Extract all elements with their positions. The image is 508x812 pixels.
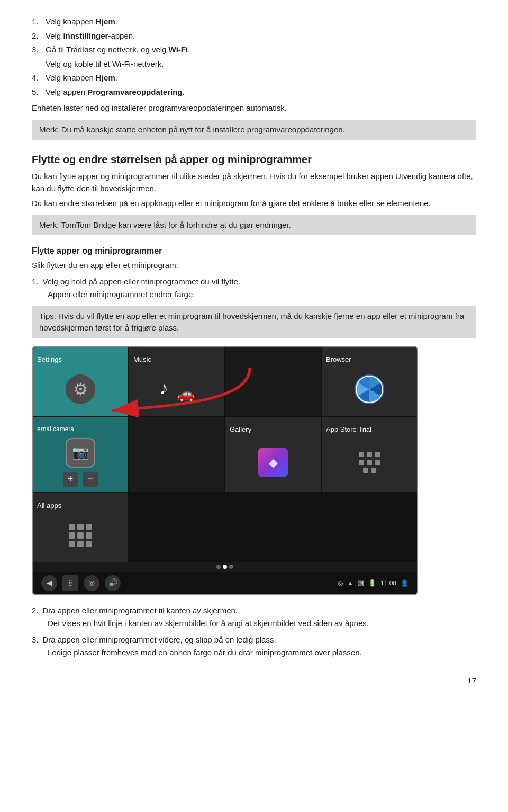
app-label-music: Music bbox=[133, 354, 151, 365]
allapps-icon bbox=[69, 524, 92, 547]
step2-block: 2. Dra appen eller miniprogrammet til ka… bbox=[32, 605, 476, 630]
app-cell-gallery[interactable]: Gallery bbox=[225, 417, 321, 492]
plus-minus-controls: + − bbox=[63, 472, 98, 487]
step3-text: Dra appen eller miniprogrammet videre, o… bbox=[43, 634, 276, 646]
step2-text: Dra appen eller miniprogrammet til kante… bbox=[43, 605, 238, 617]
step-item: Velg og koble til et Wi-Fi-nettverk. bbox=[32, 58, 476, 70]
tip-text: Tips: Hvis du vil flytte en app eller et… bbox=[39, 311, 464, 333]
gps-icon: ◎ bbox=[338, 578, 343, 588]
app-cell-appstore[interactable]: App Store Trial bbox=[322, 417, 417, 492]
camera-icon bbox=[66, 438, 95, 468]
app-cell-camera[interactable]: ernal camera + − bbox=[33, 417, 128, 492]
device-screen: Settings Music ♪ 🚗 bbox=[33, 347, 417, 594]
image-icon: 🖼 bbox=[358, 578, 364, 588]
section1-heading: Flytte og endre størrelsen på apper og m… bbox=[32, 151, 476, 167]
bottom-left-icons: ◀ ⣿ ◎ 🔊 bbox=[41, 575, 121, 591]
back-button[interactable]: ◀ bbox=[41, 575, 57, 591]
device-bottom-bar: ◀ ⣿ ◎ 🔊 ◎ ▲ 🖼 🔋 11:08 👤 bbox=[33, 572, 417, 594]
step-item: 5. Velg appen Programvareoppdatering. bbox=[32, 86, 476, 99]
step-item: 1. Velg knappen Hjem. bbox=[32, 16, 476, 28]
app-label-appstore: App Store Trial bbox=[326, 424, 371, 435]
battery-icon: 🔋 bbox=[368, 578, 376, 588]
step1-text: Velg og hold på appen eller miniprogramm… bbox=[43, 276, 241, 288]
home-button[interactable]: ⣿ bbox=[62, 575, 78, 591]
page-number: 17 bbox=[32, 675, 476, 687]
bottom-right-info: ◎ ▲ 🖼 🔋 11:08 👤 bbox=[338, 578, 409, 588]
plus-button[interactable]: + bbox=[63, 472, 78, 487]
page-indicator-dots bbox=[33, 562, 417, 572]
app-label-allapps: All apps bbox=[37, 501, 61, 511]
note-box-1: Merk: Du må kanskje starte enheten på ny… bbox=[32, 120, 476, 140]
auto-install-text: Enheten laster ned og installerer progra… bbox=[32, 102, 476, 114]
app-grid: Settings Music ♪ 🚗 bbox=[33, 347, 417, 562]
note-text-2: Merk: TomTom Bridge kan være låst for å … bbox=[39, 220, 291, 229]
note-box-2: Merk: TomTom Bridge kan være låst for å … bbox=[32, 215, 476, 236]
browser-icon bbox=[355, 374, 384, 404]
note-text-1: Merk: Du må kanskje starte enheten på ny… bbox=[39, 125, 345, 134]
app-cell-music[interactable]: Music ♪ 🚗 bbox=[129, 347, 224, 416]
time-display: 11:08 bbox=[380, 578, 396, 588]
car-icon: 🚗 bbox=[177, 383, 195, 405]
minus-button[interactable]: − bbox=[83, 472, 98, 487]
utvendig-kamera-link[interactable]: Utvendig kamera bbox=[395, 172, 455, 181]
step1-substep: Appen eller miniprogrammet endrer farge. bbox=[48, 289, 476, 301]
settings-icon bbox=[66, 374, 95, 404]
step3-block: 3. Dra appen eller miniprogrammet videre… bbox=[32, 634, 476, 659]
app-label-gallery: Gallery bbox=[230, 424, 251, 435]
step1-block: 1. Velg og hold på appen eller miniprogr… bbox=[32, 276, 476, 301]
appstore-icon bbox=[356, 452, 383, 473]
app-cell-settings[interactable]: Settings bbox=[33, 347, 128, 416]
app-cell-browser[interactable]: Browser bbox=[322, 347, 417, 416]
app-label-settings: Settings bbox=[37, 354, 62, 365]
step-item: 4. Velg knappen Hjem. bbox=[32, 72, 476, 84]
app-cell-empty1 bbox=[225, 347, 321, 416]
section1-para1: Du kan flytte apper og miniprogrammer ti… bbox=[32, 171, 476, 194]
device-screenshot: Settings Music ♪ 🚗 bbox=[32, 346, 418, 595]
step-item: 2. Velg Innstillinger-appen. bbox=[32, 30, 476, 42]
music-note-icon: ♪ bbox=[159, 374, 168, 401]
section2-intro: Slik flytter du en app eller et miniprog… bbox=[32, 260, 476, 272]
intro-steps: 1. Velg knappen Hjem. 2. Velg Innstillin… bbox=[32, 16, 476, 98]
volume-button[interactable]: 🔊 bbox=[105, 575, 121, 591]
signal-icon: ▲ bbox=[347, 578, 353, 588]
section1-para2: Du kan endre størrelsen på en appknapp e… bbox=[32, 198, 476, 210]
camera-button[interactable]: ◎ bbox=[84, 575, 99, 591]
person-icon: 👤 bbox=[401, 578, 409, 588]
app-cell-allapps[interactable]: All apps bbox=[33, 493, 128, 562]
gallery-icon bbox=[258, 448, 288, 477]
step2-substep: Det vises en hvit linje i kanten av skje… bbox=[48, 618, 476, 630]
app-label-browser: Browser bbox=[326, 354, 351, 365]
app-grid-wrapper: Settings Music ♪ 🚗 bbox=[33, 347, 417, 562]
section2-heading: Flytte apper og miniprogrammer bbox=[32, 245, 476, 257]
app-cell-empty2 bbox=[129, 417, 224, 492]
step3-substep: Ledige plasser fremheves med en annen fa… bbox=[48, 647, 476, 659]
tip-box: Tips: Hvis du vil flytte en app eller et… bbox=[32, 306, 476, 338]
app-label-camera: ernal camera bbox=[37, 424, 74, 434]
step-item: 3. Gå til Trådløst og nettverk, og velg … bbox=[32, 44, 476, 56]
